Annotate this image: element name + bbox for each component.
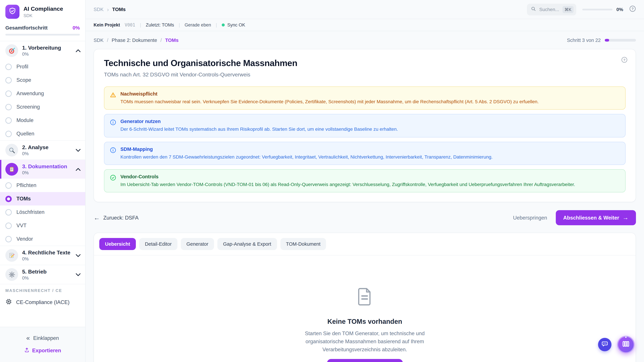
project-status: Kein Projekt	[94, 22, 120, 27]
tab-gap-analyse-export[interactable]: Gap-Analyse & Export	[217, 238, 277, 250]
sidebar-item-label: Profil	[16, 64, 28, 70]
sidebar-item-profil[interactable]: Profil	[0, 60, 85, 73]
sidebar-item-module[interactable]: Module	[0, 114, 85, 127]
notice-title: Generator nutzen	[120, 119, 398, 124]
overall-progress: Gesamtfortschritt 0%	[0, 23, 85, 41]
tab-detail-editor[interactable]: Detail-Editor	[139, 238, 178, 250]
search-shortcut-badge: ⌘K	[562, 6, 574, 13]
step-progress-fill	[605, 39, 609, 41]
breadcrumb-root[interactable]: SDK	[94, 7, 104, 12]
tab-tom-dokument[interactable]: TOM-Dokument	[280, 238, 326, 250]
sync-ok-dot-icon	[222, 23, 224, 26]
page-subtitle: TOMs nach Art. 32 DSGVO mit Vendor-Contr…	[104, 72, 626, 78]
warning-triangle-icon	[110, 91, 116, 105]
sidebar-item-scope[interactable]: Scope	[0, 73, 85, 87]
sidebar-item-quellen[interactable]: Quellen	[0, 127, 85, 140]
sidebar-section-vorbereitung[interactable]: 1. Vorbereitung 0%	[0, 41, 85, 60]
search-placeholder: Suchen...	[539, 7, 559, 12]
notice-body: Im Uebersicht-Tab werden Vendor-TOM-Cont…	[120, 181, 575, 188]
overall-progress-label: Gesamtfortschritt	[5, 25, 48, 30]
help-icon[interactable]: ?	[621, 57, 628, 64]
export-button[interactable]: Exportieren	[0, 345, 85, 357]
arrow-left-icon: ←	[94, 214, 100, 221]
notice-body: Der 6-Schritt-Wizard leitet TOMs systema…	[120, 126, 398, 133]
last-visited: Zuletzt: TOMs	[146, 22, 174, 27]
sidebar-item-label: Löschfristen	[16, 209, 44, 215]
collapse-sidebar-button[interactable]: « Einklappen	[0, 332, 85, 345]
sidebar-item-label: TOMs	[16, 196, 31, 202]
info-circle-icon	[110, 146, 116, 160]
sidebar-item-label: VVT	[16, 223, 26, 229]
svg-text:?: ?	[632, 7, 634, 11]
sidebar-item-label: Vendor	[16, 236, 33, 242]
radio-circle-icon	[5, 77, 12, 83]
last-saved-time: Gerade eben	[185, 22, 211, 27]
step-indicator: Schritt 3 von 22	[567, 37, 636, 43]
sidebar: AI Compliance SDK Gesamtfortschritt 0% 1…	[0, 0, 86, 362]
primary-cta-button-cutoff[interactable]	[327, 359, 403, 362]
sidebar-item-anwendung[interactable]: Anwendung	[0, 87, 85, 100]
back-label: Zurueck: DSFA	[103, 215, 138, 221]
sidebar-item-loeschfristen[interactable]: Löschfristen	[0, 205, 85, 219]
section-pct: 0%	[22, 51, 72, 56]
sidebar-section-analyse[interactable]: 2. Analyse 0%	[0, 140, 85, 160]
notice-title: Nachweispflicht	[120, 91, 539, 96]
empty-state-title: Keine TOMs vorhanden	[327, 318, 402, 326]
main-area: SDK › TOMs Suchen... ⌘K 0% ?	[86, 0, 644, 362]
brand-logo	[5, 5, 20, 19]
section-pct: 0%	[22, 256, 72, 261]
tab-bar: Uebersicht Detail-Editor Generator Gap-A…	[94, 233, 636, 255]
chevron-down-icon	[76, 254, 80, 257]
tab-uebersicht[interactable]: Uebersicht	[99, 238, 136, 250]
sidebar-nav: 1. Vorbereitung 0% Profil Scope Anwendun…	[0, 41, 85, 327]
sync-label: Sync OK	[227, 22, 245, 27]
sidebar-section-rechtliche-texte[interactable]: 4. Rechtliche Texte 0%	[0, 246, 85, 265]
sidebar-section-betrieb[interactable]: 5. Betrieb 0%	[0, 265, 85, 284]
radio-circle-icon	[5, 222, 12, 229]
chat-fab-button[interactable]	[598, 338, 612, 351]
topbar-progress-value: 0%	[616, 7, 623, 12]
topbar: SDK › TOMs Suchen... ⌘K 0% ?	[86, 0, 644, 19]
chevron-down-icon	[76, 273, 80, 276]
back-button[interactable]: ← Zurueck: DSFA	[94, 214, 138, 221]
section-pct: 0%	[22, 151, 72, 156]
machine-section-label: MASCHINENRECHT / CE	[5, 288, 80, 293]
tab-generator[interactable]: Generator	[180, 238, 214, 250]
sidebar-item-vendor[interactable]: Vendor	[0, 232, 85, 246]
sidebar-section-dokumentation[interactable]: 3. Dokumentation 0%	[0, 160, 85, 179]
sidebar-item-toms[interactable]: TOMs	[0, 192, 85, 205]
breadcrumb-sdk[interactable]: SDK	[94, 37, 104, 43]
sidebar-item-pflichten[interactable]: Pflichten	[0, 179, 85, 192]
empty-state: Keine TOMs vorhanden Starten Sie den TOM…	[94, 255, 636, 362]
page-breadcrumb-row: SDK / Phase 2: Dokumente / TOMs Schritt …	[86, 31, 644, 49]
sidebar-item-screening[interactable]: Screening	[0, 100, 85, 114]
sidebar-item-label: Scope	[16, 77, 31, 83]
overall-progress-value: 0%	[72, 25, 80, 30]
sidebar-item-ce-compliance[interactable]: CE-Compliance (IACE)	[0, 294, 85, 310]
overall-progress-track	[5, 34, 80, 35]
submit-next-button[interactable]: Abschliessen & Weiter →	[556, 210, 636, 225]
double-chevron-left-icon: «	[26, 335, 30, 342]
help-icon[interactable]: ?	[629, 5, 636, 13]
radio-circle-icon	[5, 90, 12, 97]
chevron-up-icon	[76, 49, 80, 52]
chat-bubble-icon	[601, 340, 608, 349]
section-label: 5. Betrieb	[22, 269, 72, 275]
breadcrumb: SDK / Phase 2: Dokumente / TOMs	[94, 37, 178, 43]
skip-button[interactable]: Ueberspringen	[513, 215, 547, 221]
notice-vendor-controls: Vendor-Controls Im Uebersicht-Tab werden…	[104, 169, 626, 193]
step-label: Schritt 3 von 22	[567, 37, 601, 43]
section-label: 4. Rechtliche Texte	[22, 250, 72, 256]
sidebar-item-vvt[interactable]: VVT	[0, 219, 85, 232]
section-label: 2. Analyse	[22, 144, 72, 150]
app-subtitle: SDK	[24, 13, 63, 18]
search-input[interactable]: Suchen... ⌘K	[527, 3, 576, 15]
document-icon	[357, 288, 372, 307]
radio-active-icon	[5, 196, 12, 202]
breadcrumb-separator: /	[107, 37, 108, 43]
board-columns-fab-button[interactable]	[617, 336, 634, 353]
machine-item-label: CE-Compliance (IACE)	[16, 299, 70, 305]
notice-generator-nutzen: Generator nutzen Der 6-Schritt-Wizard le…	[104, 114, 626, 137]
section-label: 1. Vorbereitung	[22, 45, 72, 51]
breadcrumb-phase[interactable]: Phase 2: Dokumente	[112, 37, 157, 43]
